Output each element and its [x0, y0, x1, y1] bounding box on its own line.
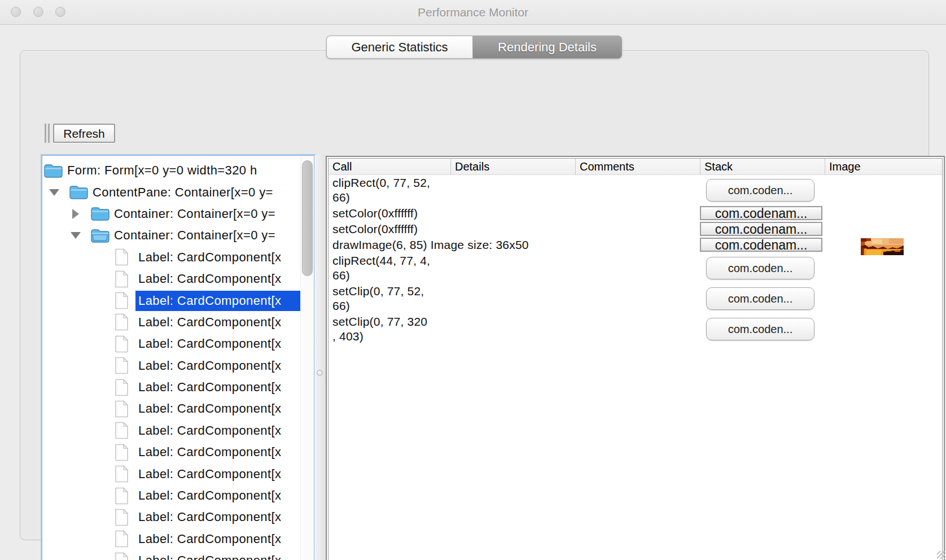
tree-item[interactable]: Label: CardComponent[x	[42, 312, 300, 333]
tree-item-label: Label: CardComponent[x	[135, 550, 300, 560]
tree-item[interactable]: ContentPane: Container[x=0 y=	[42, 181, 300, 203]
toolbar-grip[interactable]	[45, 124, 46, 143]
split-pane-knob-icon	[317, 370, 323, 376]
table-row[interactable]: setClip(0, 77, 52, 66)com.coden...	[329, 283, 942, 314]
stack-cell: com.codenam...	[700, 221, 825, 237]
stack-cell: com.coden...	[700, 283, 825, 314]
tree-item[interactable]: Label: CardComponent[x	[42, 420, 300, 441]
stack-trace-button[interactable]: com.coden...	[706, 287, 814, 310]
tree-item-label: Container: Container[x=0 y=	[111, 204, 300, 224]
table-row[interactable]: setColor(0xffffff)com.codenam...	[329, 221, 942, 237]
tree-item[interactable]: Label: CardComponent[x	[42, 528, 300, 550]
comments-cell	[575, 205, 700, 221]
component-tree-panel: Form: Form[x=0 y=0 width=320 h ContentPa…	[42, 155, 314, 560]
details-cell	[450, 314, 575, 344]
tree-item[interactable]: Label: CardComponent[x	[42, 441, 300, 463]
tree-item[interactable]: Label: CardComponent[x	[42, 506, 300, 528]
tree-item-label: Label: CardComponent[x	[135, 312, 300, 333]
comments-cell	[575, 175, 700, 205]
stack-cell: com.coden...	[700, 175, 825, 205]
tree-item[interactable]: Label: CardComponent[x	[42, 355, 300, 377]
page-icon	[115, 335, 129, 353]
tree-item[interactable]: Label: CardComponent[x	[42, 463, 300, 484]
stack-cell: com.coden...	[700, 314, 825, 344]
comments-cell	[575, 221, 700, 237]
tree-item-label: Label: CardComponent[x	[135, 356, 300, 376]
tree-item[interactable]: Label: CardComponent[x	[42, 377, 300, 398]
table-row[interactable]: drawImage(6, 85) Image size: 36x50com.co…	[329, 237, 942, 253]
page-icon	[115, 379, 129, 396]
toolbar-grip[interactable]	[48, 124, 50, 143]
tree-item-label: Label: CardComponent[x	[135, 269, 300, 289]
tree-item-label: Label: CardComponent[x	[135, 464, 300, 484]
comments-cell	[575, 237, 700, 253]
tree-item[interactable]: Label: CardComponent[x	[42, 333, 300, 355]
call-cell: setColor(0xffffff)	[329, 221, 450, 237]
performance-monitor-window: { "window": { "title": "Performance Moni…	[0, 0, 946, 560]
split-pane-divider[interactable]	[314, 155, 326, 560]
stack-trace-button[interactable]: com.codenam...	[700, 206, 822, 220]
image-cell	[825, 221, 942, 237]
details-cell	[450, 253, 575, 283]
column-header-call[interactable]: Call	[329, 159, 450, 174]
disclosure-triangle-icon[interactable]	[49, 189, 59, 196]
tree-item[interactable]: Label: CardComponent[x	[42, 247, 300, 268]
page-icon	[115, 530, 129, 548]
column-header-stack[interactable]: Stack	[700, 159, 825, 174]
tree-item[interactable]: Label: CardComponent[x	[42, 268, 300, 290]
tab-bar: Generic Statistics Rendering Details	[326, 36, 622, 59]
image-cell	[825, 175, 942, 205]
details-cell	[450, 175, 575, 205]
stack-cell: com.coden...	[700, 253, 825, 283]
tree-item-label: Container: Container[x=0 y=	[111, 225, 300, 246]
tree-item[interactable]: Form: Form[x=0 y=0 width=320 h	[42, 160, 300, 181]
folder-icon	[43, 163, 63, 178]
page-icon	[115, 292, 129, 309]
image-cell	[825, 283, 942, 314]
page-icon	[115, 422, 129, 439]
refresh-button[interactable]: Refresh	[53, 124, 115, 143]
table-header-row: Call Details Comments Stack Image	[329, 159, 942, 175]
tab-generic-statistics[interactable]: Generic Statistics	[326, 36, 472, 59]
window-resize-grip[interactable]	[937, 551, 945, 559]
tree-item-label: Label: CardComponent[x	[135, 485, 300, 506]
stack-trace-button[interactable]: com.coden...	[706, 257, 814, 279]
table-row[interactable]: setClip(0, 77, 320 , 403)com.coden...	[329, 314, 942, 344]
tree-item[interactable]: Container: Container[x=0 y=	[42, 203, 300, 225]
folder-icon	[69, 185, 88, 200]
stack-trace-button[interactable]: com.coden...	[706, 318, 814, 340]
tree-vertical-scrollbar-thumb[interactable]	[302, 160, 313, 276]
table-body: clipRect(0, 77, 52, 66)com.coden...setCo…	[329, 175, 942, 344]
tree-item-label: Label: CardComponent[x	[135, 377, 300, 397]
table-row[interactable]: setColor(0xffffff)com.codenam...	[329, 205, 942, 221]
component-tree: Form: Form[x=0 y=0 width=320 h ContentPa…	[42, 160, 300, 560]
tree-vertical-scrollbar[interactable]	[300, 156, 314, 560]
stack-trace-button[interactable]: com.codenam...	[700, 222, 822, 236]
tree-item[interactable]: Label: CardComponent[x	[42, 485, 300, 506]
column-header-comments[interactable]: Comments	[575, 159, 700, 174]
disclosure-triangle-icon[interactable]	[71, 209, 81, 219]
table-row[interactable]: clipRect(0, 77, 52, 66)com.coden...	[329, 175, 942, 205]
window-title: Performance Monitor	[0, 0, 946, 25]
tree-item[interactable]: Container: Container[x=0 y=	[42, 225, 300, 246]
page-icon	[115, 444, 129, 461]
details-cell	[450, 283, 575, 314]
disclosure-triangle-icon[interactable]	[71, 232, 81, 239]
tree-item[interactable]: Label: CardComponent[x	[42, 398, 300, 419]
page-icon	[115, 248, 129, 266]
tab-rendering-details[interactable]: Rendering Details	[472, 36, 622, 59]
stack-trace-button[interactable]: com.codenam...	[700, 238, 822, 252]
stack-trace-button[interactable]: com.coden...	[706, 179, 814, 202]
details-cell	[450, 221, 575, 237]
tree-item[interactable]: Label: CardComponent[x	[42, 550, 300, 560]
details-cell	[450, 205, 575, 221]
call-cell: clipRect(0, 77, 52, 66)	[329, 175, 450, 205]
tree-item-label: Label: CardComponent[x	[135, 399, 300, 419]
comments-cell	[575, 314, 700, 344]
column-header-image[interactable]: Image	[825, 159, 942, 174]
render-calls-table: Call Details Comments Stack Image clipRe…	[328, 158, 943, 560]
image-cell	[825, 314, 942, 344]
column-header-details[interactable]: Details	[450, 159, 575, 174]
tree-item[interactable]: Label: CardComponent[x	[42, 290, 300, 311]
table-row[interactable]: clipRect(44, 77, 4, 66)com.coden...	[329, 253, 942, 283]
